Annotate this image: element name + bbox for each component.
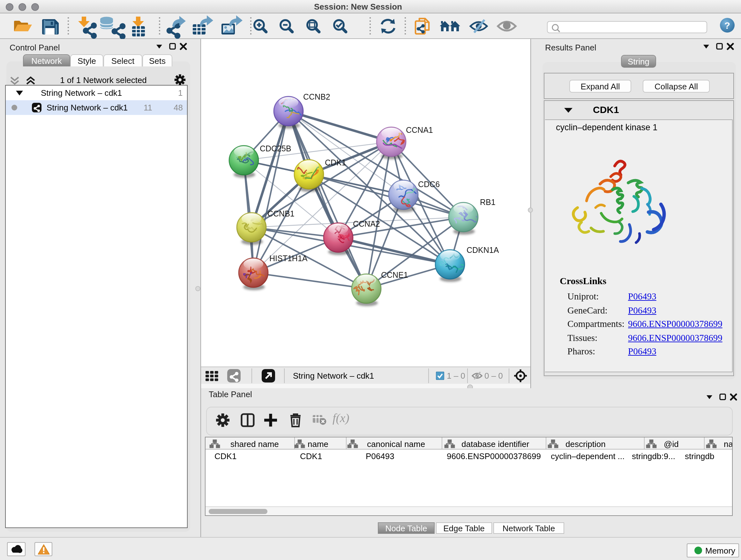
svg-text:HIST1H1A: HIST1H1A	[269, 254, 308, 263]
svg-text:CCNB2: CCNB2	[303, 92, 330, 101]
svg-text:RB1: RB1	[480, 198, 495, 206]
svg-text:CCNA2: CCNA2	[353, 219, 380, 228]
svg-text:CDK1: CDK1	[325, 158, 346, 167]
svg-text:CCNE1: CCNE1	[381, 270, 408, 279]
svg-text:CDKN1A: CDKN1A	[467, 246, 499, 254]
svg-text:CDC25B: CDC25B	[260, 144, 291, 153]
svg-text:CCNB1: CCNB1	[267, 209, 294, 218]
svg-text:CDC6: CDC6	[418, 180, 440, 189]
svg-text:CCNA1: CCNA1	[406, 125, 433, 134]
